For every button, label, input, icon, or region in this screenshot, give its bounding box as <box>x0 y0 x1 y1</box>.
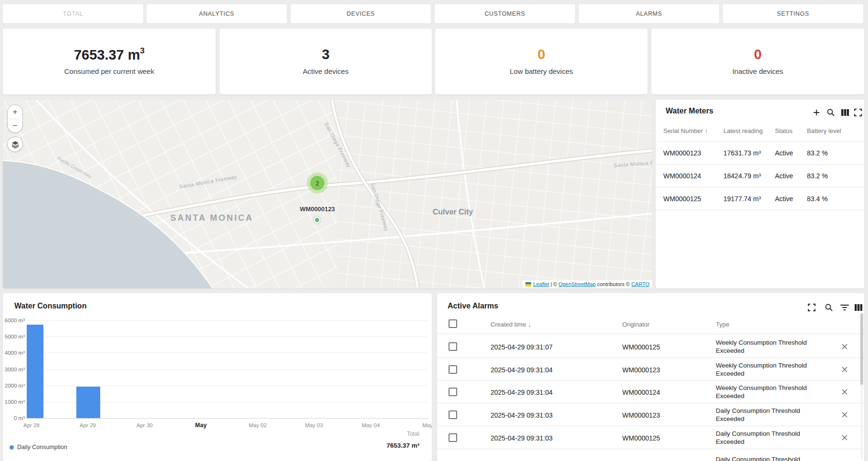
tab-customers[interactable]: CUSTOMERS <box>435 4 575 23</box>
alarm-created-time: 2025-04-29 09:31:03 <box>491 434 553 442</box>
openstreetmap-link[interactable]: OpenStreetMap <box>559 281 596 287</box>
alarm-type: Daily Consumption Threshold <box>716 455 818 461</box>
stat-card-active-devices: 3 Active devices <box>220 29 432 94</box>
map-cluster-count: 2 <box>310 176 324 190</box>
alarms-column-originator[interactable]: Originator <box>622 321 649 328</box>
gridline <box>27 369 428 370</box>
wm-column-serial[interactable]: Serial Number↑ <box>663 127 708 134</box>
add-entity-button[interactable] <box>812 108 821 117</box>
alarm-originator: WM0000125 <box>622 434 660 442</box>
close-icon <box>840 410 849 419</box>
sort-desc-icon: ↓ <box>528 321 531 328</box>
sort-asc-icon: ↑ <box>705 127 708 134</box>
alarm-type: Weekly Consumption Threshold Exceeded <box>716 384 818 400</box>
row-checkbox[interactable] <box>449 388 457 396</box>
alarm-created-time: 2025-04-29 09:31:03 <box>491 411 553 419</box>
map-marker[interactable] <box>314 216 321 224</box>
plus-icon <box>812 108 821 117</box>
map-label-culver-city: Culver City <box>433 208 473 216</box>
row-checkbox[interactable] <box>449 433 457 442</box>
header-divider <box>656 141 864 142</box>
alarms-filter-button[interactable] <box>840 303 849 312</box>
stat-card-low-battery: 0 Low battery devices <box>435 29 648 94</box>
row-checkbox[interactable] <box>449 365 457 374</box>
map-widget[interactable]: SANTA MONICA Culver City Santa Monica Fr… <box>3 100 652 288</box>
stat-label-low-battery: Low battery devices <box>510 67 573 75</box>
stat-value-low-battery: 0 <box>537 48 545 61</box>
x-tick-month: May <box>195 422 207 429</box>
wm-status: Active <box>775 149 793 157</box>
tab-alarms[interactable]: ALARMS <box>579 4 719 23</box>
stat-value-consumed: 7653.37 m3 <box>74 48 145 62</box>
alarms-column-created[interactable]: Created time↓ <box>491 321 531 328</box>
stat-value-inactive: 0 <box>754 48 762 61</box>
select-all-checkbox[interactable] <box>449 319 457 328</box>
wm-search-button[interactable] <box>826 108 836 117</box>
wm-fullscreen-button[interactable] <box>853 108 863 117</box>
carto-link[interactable]: CARTO <box>631 281 649 287</box>
clear-alarm-button[interactable] <box>840 388 849 396</box>
stat-label-consumed: Consumed per current week <box>64 67 154 75</box>
tab-settings[interactable]: SETTINGS <box>723 4 863 23</box>
ukraine-flag-icon <box>525 282 531 287</box>
close-icon <box>840 388 849 396</box>
x-tick: Apr 28 <box>23 422 40 428</box>
layers-button[interactable] <box>8 137 22 152</box>
gridline <box>27 386 428 386</box>
row-divider <box>437 380 864 381</box>
leaflet-link[interactable]: Leaflet <box>533 281 549 287</box>
map-marker-label: WM0000123 <box>300 205 335 213</box>
layers-icon <box>11 140 20 149</box>
filter-icon <box>840 303 849 312</box>
x-tick: May <box>422 422 432 428</box>
wm-reading: 19177.74 m³ <box>723 195 761 203</box>
water-meters-widget: Water Meters Serial Number↑ Latest readi… <box>656 100 864 288</box>
map-attribution: Leaflet | © OpenStreetMap contributors ©… <box>523 280 652 288</box>
alarm-created-time: 2025-04-29 09:31:04 <box>491 389 553 396</box>
attribution-contributors: contributors © <box>597 281 630 287</box>
wm-status: Active <box>775 172 793 180</box>
close-icon <box>840 342 849 351</box>
x-tick: Apr 29 <box>80 422 96 428</box>
total-label: Total <box>407 430 419 437</box>
map-cluster-marker[interactable]: 2 <box>307 173 328 194</box>
clear-alarm-button[interactable] <box>840 433 849 442</box>
alarms-columns-button[interactable] <box>854 303 863 312</box>
legend-item-daily-consumption[interactable]: Daily Consumption <box>10 444 67 451</box>
stat-exponent: 3 <box>140 46 145 55</box>
alarm-originator: WM0000125 <box>622 343 660 351</box>
alarm-type: Daily Consumption Threshold Exceeded <box>716 430 818 446</box>
tab-total[interactable]: TOTAL <box>3 4 143 23</box>
wm-columns-button[interactable] <box>840 108 850 117</box>
zoom-in-button[interactable]: + <box>8 105 22 119</box>
alarm-originator: WM0000123 <box>622 411 660 419</box>
row-checkbox[interactable] <box>449 410 457 419</box>
clear-alarm-button[interactable] <box>840 410 849 419</box>
alarms-fullscreen-button[interactable] <box>807 303 816 312</box>
tab-analytics[interactable]: ANALYTICS <box>146 4 287 23</box>
alarms-search-button[interactable] <box>824 303 834 312</box>
wm-column-status[interactable]: Status <box>775 127 793 134</box>
row-divider <box>656 164 864 164</box>
zoom-out-button[interactable]: − <box>8 119 22 133</box>
x-tick: May 04 <box>362 422 380 428</box>
stat-label-inactive: Inactive devices <box>732 67 784 75</box>
wm-column-reading[interactable]: Latest reading <box>723 127 763 134</box>
row-divider <box>437 426 864 426</box>
gridline <box>27 337 428 337</box>
map-label-santa-monica: SANTA MONICA <box>170 213 253 223</box>
wm-column-battery[interactable]: Battery level <box>807 127 841 134</box>
scrollbar-thumb[interactable] <box>860 313 863 385</box>
clear-alarm-button[interactable] <box>840 342 849 351</box>
y-tick: 6000 m³ <box>3 318 25 323</box>
clear-alarm-button[interactable] <box>840 365 849 374</box>
dashboard: TOTAL ANALYTICS DEVICES CUSTOMERS ALARMS… <box>0 0 868 461</box>
tab-devices[interactable]: DEVICES <box>291 4 431 23</box>
alarm-originator: WM0000124 <box>622 389 660 396</box>
x-tick: Apr 30 <box>136 422 153 428</box>
alarms-column-type[interactable]: Type <box>716 321 729 328</box>
row-checkbox[interactable] <box>449 342 457 351</box>
y-tick: 0 m³ <box>3 415 25 421</box>
stat-value-active-devices: 3 <box>322 48 329 61</box>
y-tick: 3000 m³ <box>3 367 25 372</box>
